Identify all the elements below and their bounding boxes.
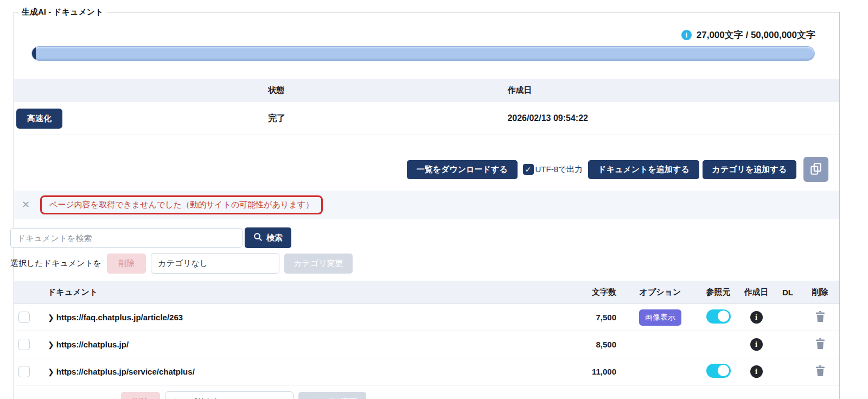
panel-title: 生成AI - ドキュメント: [18, 7, 107, 17]
header-dl: DL: [775, 288, 801, 297]
copy-icon: [809, 162, 823, 178]
footer-category-input[interactable]: [165, 391, 293, 399]
document-table-header: ドキュメント 文字数 オプション 参照元 作成日 DL 削除: [14, 281, 839, 304]
status-column-header: 状態: [261, 85, 501, 96]
header-created: 作成日: [738, 287, 775, 297]
footer-actions-row: 削除 カテゴリ変更: [14, 391, 839, 399]
utf8-output-option[interactable]: UTF-8で出力: [523, 164, 583, 175]
char-count: 8,500: [551, 340, 622, 349]
table-row: ❯ https://faq.chatplus.jp/article/263 7,…: [14, 304, 839, 331]
add-document-button[interactable]: ドキュメントを追加する: [588, 160, 699, 179]
row-checkbox[interactable]: [18, 339, 30, 350]
search-input[interactable]: [10, 228, 242, 248]
category-input[interactable]: [151, 253, 279, 274]
utf8-checkbox-label: UTF-8で出力: [535, 164, 583, 175]
search-icon: [253, 232, 263, 243]
document-table-body: ❯ https://faq.chatplus.jp/article/263 7,…: [14, 304, 839, 385]
footer-delete-button[interactable]: 削除: [121, 392, 160, 399]
usage-row: i 27,000文字 / 50,000,000文字: [14, 29, 815, 41]
header-option: オプション: [622, 287, 699, 297]
speed-up-button[interactable]: 高速化: [16, 109, 62, 129]
trash-icon[interactable]: [815, 365, 826, 378]
row-checkbox[interactable]: [18, 366, 30, 377]
info-icon[interactable]: i: [750, 365, 763, 378]
utf8-checkbox[interactable]: [523, 164, 534, 175]
search-button[interactable]: 検索: [245, 227, 291, 248]
status-table-row: 高速化 完了 2026/02/13 09:54:22: [14, 102, 839, 135]
status-table: 状態 作成日 高速化 完了 2026/02/13 09:54:22: [14, 79, 839, 135]
created-column-header: 作成日: [501, 85, 839, 96]
download-list-button[interactable]: 一覧をダウンロードする: [407, 160, 518, 179]
generative-ai-document-panel: 生成AI - ドキュメント i 27,000文字 / 50,000,000文字 …: [14, 12, 840, 399]
search-row: 検索: [10, 227, 839, 248]
toolbar: 一覧をダウンロードする UTF-8で出力 ドキュメントを追加する カテゴリを追加…: [14, 157, 828, 182]
chevron-right-icon[interactable]: ❯: [48, 368, 54, 376]
info-icon[interactable]: i: [750, 311, 763, 324]
bulk-delete-button[interactable]: 削除: [107, 254, 146, 274]
bulk-actions-row: 選択したドキュメントを 削除 カテゴリ変更: [10, 253, 839, 274]
trash-icon[interactable]: [815, 338, 826, 351]
table-row: ❯ https://chatplus.jp/service/chatplus/ …: [14, 358, 839, 385]
alert-bar: ✕ ページ内容を取得できませんでした（動的サイトの可能性があります）: [14, 191, 839, 219]
add-category-button[interactable]: カテゴリを追加する: [703, 160, 796, 179]
trash-icon[interactable]: [815, 311, 826, 324]
document-url[interactable]: https://faq.chatplus.jp/article/263: [56, 313, 183, 322]
chevron-right-icon[interactable]: ❯: [48, 313, 54, 322]
close-icon[interactable]: ✕: [20, 199, 32, 211]
header-document: ドキュメント: [48, 287, 551, 297]
info-icon[interactable]: i: [750, 338, 763, 351]
usage-counter: 27,000文字 / 50,000,000文字: [697, 29, 815, 41]
change-category-button[interactable]: カテゴリ変更: [284, 254, 352, 274]
progress-fill: [32, 47, 36, 60]
document-url[interactable]: https://chatplus.jp/: [56, 340, 129, 349]
source-toggle[interactable]: [706, 364, 731, 378]
copy-button[interactable]: [803, 157, 828, 182]
info-icon[interactable]: i: [681, 30, 692, 40]
header-chars: 文字数: [551, 287, 622, 297]
created-value: 2026/02/13 09:54:22: [501, 113, 839, 123]
char-count: 11,000: [551, 367, 622, 376]
status-table-header: 状態 作成日: [14, 79, 839, 102]
search-button-label: 検索: [266, 233, 283, 243]
source-toggle[interactable]: [706, 309, 731, 324]
document-table: ドキュメント 文字数 オプション 参照元 作成日 DL 削除 ❯ https:/…: [14, 281, 839, 385]
row-checkbox[interactable]: [18, 312, 30, 323]
usage-progress-bar: [31, 46, 815, 61]
chevron-right-icon[interactable]: ❯: [48, 340, 54, 349]
alert-message: ページ内容を取得できませんでした（動的サイトの可能性があります）: [40, 195, 323, 214]
bulk-actions-label: 選択したドキュメントを: [10, 258, 101, 269]
char-count: 7,500: [551, 313, 622, 322]
status-value: 完了: [261, 113, 501, 124]
footer-change-category-button[interactable]: カテゴリ変更: [298, 392, 366, 399]
image-display-button[interactable]: 画像表示: [639, 309, 681, 326]
document-url[interactable]: https://chatplus.jp/service/chatplus/: [56, 367, 195, 376]
header-source: 参照元: [699, 287, 738, 297]
header-delete: 削除: [801, 287, 839, 297]
table-row: ❯ https://chatplus.jp/ 8,500 i: [14, 331, 839, 358]
